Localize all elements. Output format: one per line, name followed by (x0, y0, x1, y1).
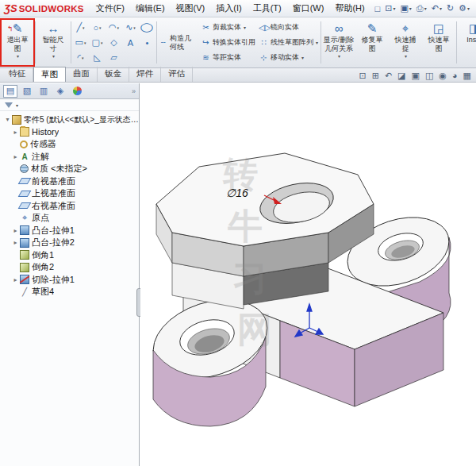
tree-item-material[interactable]: 材质 <未指定> (0, 163, 139, 175)
quick-snaps-button[interactable]: ⌖快速捕捉▾ (389, 19, 422, 66)
dimxpert-manager-tab[interactable]: ◈ (53, 85, 67, 98)
convert-entities-button[interactable]: ↪转换实体引用 (201, 36, 255, 50)
line-tool-button[interactable]: ╱▾ (72, 20, 89, 35)
smart-dimension-button[interactable]: ↔ 智能尺寸 ▾ (36, 19, 70, 66)
tree-item-history[interactable]: ▸History (0, 126, 139, 139)
feature-manager-tab[interactable]: ▤ (3, 85, 17, 98)
fillet-tool-button[interactable]: ◜▾ (72, 50, 89, 65)
menu-item-0[interactable]: 文件(F) (90, 1, 130, 16)
dropdown-arrow[interactable]: ▾ (117, 25, 120, 30)
expander-icon[interactable]: ▸ (11, 276, 20, 283)
polygon-tool-button[interactable]: ◇ (106, 35, 122, 50)
zoom-fit-icon[interactable]: ⊡ (359, 70, 366, 81)
tree-item-top-plane[interactable]: 上视基准面 (0, 187, 139, 200)
tree-item-boss-extrude2[interactable]: ▸凸台-拉伸2 (0, 237, 139, 249)
display-delete-relations-button[interactable]: ∞显示/删除几何关系▾ (322, 19, 355, 66)
section-view-icon[interactable]: ◪ (397, 70, 405, 81)
dropdown-arrow[interactable]: ▾ (409, 6, 412, 11)
dropdown-arrow[interactable]: ▾ (101, 40, 103, 45)
previous-view-icon[interactable]: ↶ (385, 70, 392, 81)
dropdown-arrow[interactable]: ▾ (84, 40, 86, 45)
dropdown-arrow[interactable]: ▾ (467, 6, 470, 11)
tree-item-cut-extrude1[interactable]: ▸切除-拉伸1 (0, 274, 139, 287)
instant3d-button[interactable]: ◨Insta (458, 19, 476, 66)
options-button[interactable]: ⚙▾ (456, 2, 472, 14)
menu-item-2[interactable]: 视图(V) (171, 1, 211, 16)
rebuild-button[interactable]: ↻ (444, 2, 456, 14)
expander-icon[interactable]: ▸ (11, 227, 20, 234)
undo-button[interactable]: ↶▾ (429, 2, 444, 14)
print-button[interactable]: ⎙▾ (414, 2, 429, 14)
property-manager-tab[interactable]: ▧ (20, 85, 34, 98)
tab-sheet-metal[interactable]: 钣金 (98, 67, 129, 82)
view-orientation-icon[interactable]: ▣ (412, 70, 420, 81)
hide-show-items-icon[interactable]: ◉ (439, 70, 447, 81)
plane-tool-button[interactable]: ▱ (106, 50, 122, 65)
text-tool-button[interactable]: A (122, 35, 139, 50)
menu-item-4[interactable]: 工具(T) (248, 1, 287, 16)
tree-item-chamfer1[interactable]: 倒角1 (0, 249, 139, 262)
ellipse-tool-button[interactable]: ◯ (139, 20, 155, 35)
new-button[interactable]: □ (373, 3, 383, 14)
part-model[interactable] (143, 153, 458, 426)
dropdown-arrow[interactable]: ▾ (424, 6, 427, 11)
repair-sketch-button[interactable]: ✎修复草图 (355, 19, 389, 66)
offset-entities-button[interactable]: ≋等距实体 (201, 51, 255, 65)
mirror-entities-button[interactable]: ◁▷镜向实体 (259, 21, 318, 35)
exit-sketch-button[interactable]: ✎↰ 退出草图 ▾ (1, 19, 34, 66)
tree-item-origin[interactable]: 原点 (0, 212, 139, 225)
dropdown-arrow[interactable]: ▾ (82, 56, 84, 60)
circle-tool-button[interactable]: ○▾ (89, 20, 106, 35)
linear-sketch-pattern-button[interactable]: ∷线性草图阵列▾ (259, 36, 318, 50)
expander-icon[interactable]: ▸ (11, 153, 20, 160)
tree-item-part-root[interactable]: ▾零件5 (默认<<默认>_显示状态 1>) (0, 114, 139, 126)
display-manager-tab[interactable] (70, 85, 84, 98)
dropdown-arrow[interactable]: ▾ (16, 102, 18, 108)
tab-surfaces[interactable]: 曲面 (66, 67, 98, 82)
save-button[interactable]: ▣▾ (397, 2, 413, 14)
graphics-area[interactable]: 转 牛 习 网 ∅16 (140, 83, 476, 466)
filter-funnel-icon[interactable] (5, 102, 13, 108)
dropdown-arrow[interactable]: ▾ (440, 6, 442, 11)
dropdown-arrow[interactable]: ▾ (405, 53, 407, 59)
tree-item-chamfer2[interactable]: 倒角2 (0, 261, 139, 274)
point-tool-button[interactable]: • (139, 35, 155, 50)
slot-tool-button[interactable]: ▢▾ (89, 35, 106, 50)
display-style-icon[interactable]: ◫ (425, 70, 433, 81)
dropdown-arrow[interactable]: ▾ (52, 53, 55, 59)
dropdown-arrow[interactable]: ▾ (17, 53, 19, 59)
trim-entities-button[interactable]: ✂剪裁实体▾ (201, 21, 255, 35)
apply-scene-icon[interactable]: ▦ (463, 70, 471, 81)
configuration-manager-tab[interactable]: ▥ (36, 85, 51, 98)
tree-item-right-plane[interactable]: 右视基准面 (0, 200, 139, 213)
dropdown-arrow[interactable]: ▾ (301, 55, 304, 60)
tree-item-boss-extrude1[interactable]: ▸凸台-拉伸1 (0, 225, 139, 237)
chamfer-tool-button[interactable]: ◺ (89, 50, 106, 65)
open-button[interactable]: ⊡▾ (382, 2, 397, 14)
expander-icon[interactable]: ▾ (3, 116, 12, 123)
dropdown-arrow[interactable]: ▾ (393, 6, 395, 11)
tab-weldments[interactable]: 焊件 (129, 67, 161, 82)
tree-item-annotations[interactable]: ▸注解 (0, 151, 139, 164)
arc-tool-button[interactable]: ◠▾ (106, 20, 122, 35)
edit-appearance-icon[interactable]: ◕ (452, 70, 458, 81)
tab-sketch[interactable]: 草图 (33, 67, 66, 82)
dropdown-arrow[interactable]: ▾ (83, 25, 85, 30)
menu-item-1[interactable]: 编辑(E) (130, 1, 171, 16)
construction-geometry-button[interactable]: ╌ 构造几何线 (158, 19, 199, 66)
dropdown-arrow[interactable]: ▾ (99, 25, 102, 30)
menu-item-3[interactable]: 插入(I) (210, 1, 247, 16)
expander-icon[interactable]: ▸ (11, 129, 20, 136)
dropdown-arrow[interactable]: ▾ (133, 25, 136, 30)
rectangle-tool-button[interactable]: ▭▾ (72, 35, 89, 50)
tab-evaluate[interactable]: 评估 (161, 67, 193, 82)
tab-features[interactable]: 特征 (2, 67, 33, 82)
tree-item-sensors[interactable]: 传感器 (0, 138, 139, 151)
menu-item-5[interactable]: 窗口(W) (287, 1, 330, 16)
dropdown-arrow[interactable]: ▾ (244, 25, 246, 30)
rapid-sketch-button[interactable]: ◲快速草图 (422, 19, 455, 66)
menu-item-6[interactable]: 帮助(H) (329, 1, 370, 16)
move-entities-button[interactable]: ⊹移动实体▾ (259, 51, 318, 65)
spline-tool-button[interactable]: ∿▾ (122, 20, 139, 35)
dropdown-arrow[interactable]: ▾ (316, 40, 318, 45)
